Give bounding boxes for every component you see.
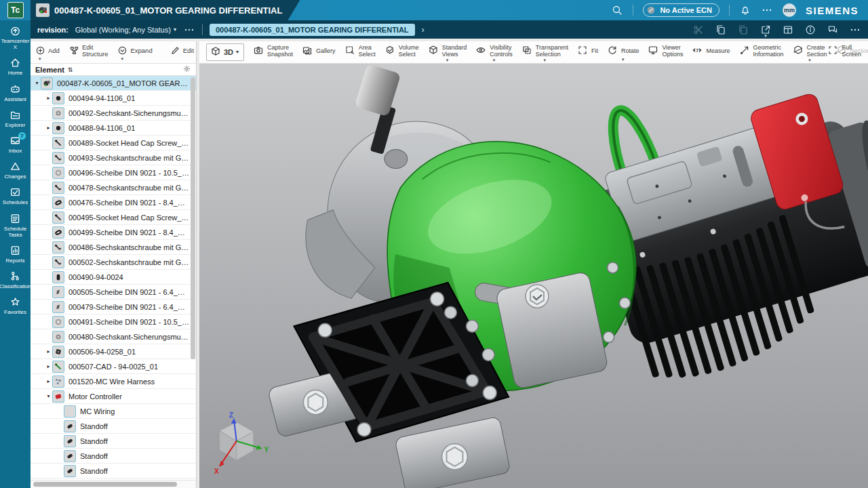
revision-more-icon[interactable]: [183, 24, 195, 36]
explorer-icon: [9, 109, 21, 121]
tree-row[interactable]: ▸001520-MC Wire Harness: [31, 374, 196, 389]
breadcrumb[interactable]: 000487-K-00605_01_MOTOR GEARING DIFFEREN…: [210, 24, 415, 36]
more-options-icon[interactable]: [761, 4, 773, 16]
expand-button[interactable]: Expand▾: [117, 44, 153, 61]
active-item-tab[interactable]: 000487-K-00605_01_MOTOR GEARING DIFFEREN…: [31, 0, 300, 20]
expand-caret-icon[interactable]: ▾: [45, 393, 52, 399]
full-screen-icon: [827, 45, 838, 58]
sidebar-item-home[interactable]: Home: [0, 54, 31, 79]
sidebar-item-explorer[interactable]: Explorer: [0, 106, 31, 131]
tree-row[interactable]: 000480-Sechskant-Sicherungsmutter ISO 70…: [31, 329, 196, 344]
edit-structure-button[interactable]: EditStructure: [68, 43, 109, 62]
column-settings-gear-icon[interactable]: [182, 64, 191, 75]
part-label: Standoff: [80, 422, 108, 430]
open-icon[interactable]: ▾: [760, 24, 772, 36]
transparent-selection-button[interactable]: TransparentSelection▾: [521, 43, 568, 62]
tree-row[interactable]: 000491-Scheibe DIN 9021 - 10.5_Washer DI…: [31, 314, 196, 329]
user-avatar[interactable]: mm: [783, 3, 796, 17]
info-icon[interactable]: [804, 24, 816, 36]
tree-row[interactable]: ▸000507-CAD - 94-0025_01: [31, 359, 196, 374]
notifications-bell-icon[interactable]: [739, 4, 751, 16]
tree-row[interactable]: ▸000506-94-0258_01: [31, 344, 196, 359]
breadcrumb-chevron-icon[interactable]: ›: [422, 24, 425, 35]
classification-icon: [9, 270, 21, 282]
sidebar-item-changes[interactable]: Changes: [0, 157, 31, 183]
sidebar-item-inbox[interactable]: 7Inbox: [0, 131, 31, 157]
expand-caret-icon[interactable]: ▸: [45, 378, 52, 384]
tree-row[interactable]: MC Wiring: [31, 404, 196, 419]
tree-row[interactable]: 000486-Sechskantschraube mit Gewinde bis…: [31, 240, 196, 255]
tree-row[interactable]: 000479-Scheibe DIN 9021 - 6.4_Washer DIN…: [31, 300, 196, 314]
capture-snapshot-button[interactable]: CaptureSnapshot: [253, 43, 293, 62]
viewer-options-button[interactable]: ViewerOptions: [648, 43, 683, 62]
tree-row[interactable]: 000476-Scheibe DIN 9021 - 8.4_Washer DIN…: [31, 195, 196, 210]
expand-caret-icon[interactable]: ▸: [45, 125, 52, 131]
tree-row[interactable]: 000492-Sechskant-Sicherungsmutter ISO 70…: [31, 106, 196, 121]
tree-row[interactable]: 000499-Scheibe DIN 9021 - 8.4_Washer DIN…: [31, 225, 196, 240]
tree-row[interactable]: 000495-Socket Head Cap Screw_ISO_ISO 476…: [31, 210, 196, 225]
area-select-button[interactable]: AreaSelect: [344, 43, 376, 62]
3d-button[interactable]: 3D▾: [206, 43, 244, 61]
more-icon[interactable]: [849, 24, 861, 36]
sidebar-item-schedule-tasks[interactable]: Schedule Tasks: [0, 209, 31, 241]
tree-row[interactable]: 000496-Scheibe DIN 9021 - 10.5_Washer DI…: [31, 165, 196, 180]
layout-icon[interactable]: [782, 24, 794, 36]
part-label: MC Wiring: [80, 407, 115, 415]
tree-row[interactable]: ▸000488-94-1106_01: [31, 121, 196, 136]
tree-row[interactable]: ▾Motor Controller: [31, 389, 196, 404]
tree-row[interactable]: Standoff: [31, 479, 196, 480]
copy-icon[interactable]: [715, 24, 727, 36]
sidebar-item-assistant[interactable]: Assistant: [0, 80, 31, 106]
tc-logo[interactable]: Tc: [0, 0, 31, 20]
tree-row[interactable]: Standoff: [31, 449, 196, 464]
tree-toolbar: Add▾EditStructureExpand▾Edit: [31, 41, 196, 64]
search-icon[interactable]: [611, 4, 623, 16]
viewer-panel: 3D▾CaptureSnapshotGalleryAreaSelectVolum…: [199, 41, 868, 488]
tree-horizontal-scrollbar[interactable]: [31, 480, 196, 488]
geometric-information-button[interactable]: GeometricInformation: [739, 43, 784, 62]
expand-caret-icon[interactable]: ▸: [45, 95, 52, 101]
sidebar-item-schedules[interactable]: Schedules: [0, 183, 31, 209]
create-section-button[interactable]: CreateSection▾: [793, 43, 827, 62]
expand-caret-icon[interactable]: ▾: [33, 80, 41, 86]
tree-vertical-scrollbar[interactable]: [191, 77, 195, 469]
sidebar-item-reports[interactable]: Reports: [0, 241, 31, 267]
expand-caret-icon[interactable]: ▸: [45, 348, 52, 354]
measure-button[interactable]: 7Measure: [692, 43, 730, 61]
add-button[interactable]: Add▾: [35, 44, 60, 61]
part-type-icon: [52, 182, 64, 194]
tree-row[interactable]: 000502-Sechskantschraube mit Gewinde bis…: [31, 255, 196, 270]
fit-button[interactable]: Fit: [577, 43, 598, 61]
ecn-status-pill[interactable]: No Active ECN: [643, 3, 719, 17]
reports-icon: [9, 245, 21, 256]
part-type-icon: [52, 211, 64, 224]
visibility-controls-button[interactable]: VisibilityControls▾: [475, 43, 513, 62]
sidebar-item-label: Teamcenter X: [1, 38, 30, 50]
svg-text:7: 7: [696, 48, 699, 53]
3d-model-canvas[interactable]: Z Y X: [199, 64, 868, 488]
tree-row[interactable]: Standoff: [31, 464, 196, 479]
tree-row[interactable]: 000505-Scheibe DIN 9021 - 6.4_Washer DIN…: [31, 285, 196, 300]
edit-button[interactable]: Edit: [170, 44, 195, 61]
tree-row[interactable]: Standoff: [31, 434, 196, 449]
tree-row[interactable]: 000489-Socket Head Cap Screw_ISO_ISO 476…: [31, 136, 196, 150]
tree-row[interactable]: 000478-Sechskantschraube mit Gewinde bis…: [31, 180, 196, 195]
tree-row[interactable]: Standoff: [31, 419, 196, 434]
sort-icon[interactable]: ⇅: [68, 66, 73, 73]
sidebar-item-classification[interactable]: Classification: [0, 267, 31, 293]
sidebar-item-favorites[interactable]: Favorites: [0, 293, 31, 319]
tree-row[interactable]: ▸000494-94-1106_01: [31, 91, 196, 106]
tree-row[interactable]: ▾000487-K-00605_01_MOTOR GEARING DIFFERE…: [31, 76, 196, 91]
tree-row[interactable]: 000493-Sechskantschraube mit Gewinde bis…: [31, 150, 196, 165]
full-screen-button[interactable]: FullScreen: [827, 43, 861, 62]
standard-views-button[interactable]: StandardViews▾: [428, 43, 467, 62]
rotate-button[interactable]: Rotate▾: [607, 43, 639, 61]
tree-row[interactable]: 000490-94-0024: [31, 270, 196, 285]
part-label: 000479-Scheibe DIN 9021 - 6.4_Washer DIN…: [68, 303, 189, 311]
gallery-button[interactable]: Gallery: [302, 43, 336, 61]
expand-caret-icon[interactable]: ▸: [45, 363, 52, 369]
volume-select-button[interactable]: VolumeSelect: [384, 43, 419, 62]
feedback-icon[interactable]: [827, 24, 839, 36]
sidebar-item-teamcenter-x[interactable]: Teamcenter X: [0, 22, 31, 54]
revision-rule-dropdown[interactable]: Global (Working; Any Status)▾: [75, 26, 176, 34]
